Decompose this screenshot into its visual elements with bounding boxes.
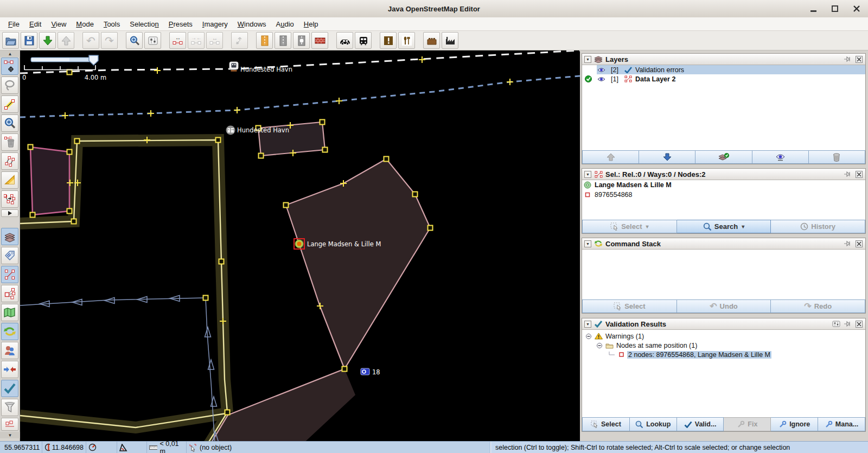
preset-works-button[interactable] xyxy=(442,32,458,49)
layer-move-down-button[interactable] xyxy=(639,150,695,164)
map-canvas[interactable]: Hundested Havn Hundested Havn Lange Mads… xyxy=(20,50,580,441)
selection-item-node[interactable]: Lange Madsen & Lille M xyxy=(582,180,865,190)
relations-dialog-toggle[interactable] xyxy=(1,285,18,302)
layer-move-up-button[interactable] xyxy=(582,150,639,164)
menu-imagery[interactable]: Imagery xyxy=(197,18,233,30)
selection-item-node2[interactable]: 8976554868 xyxy=(582,190,865,200)
menu-tools[interactable]: Tools xyxy=(99,18,125,30)
way-pier-area[interactable] xyxy=(205,159,430,441)
improve-way-tool-button[interactable] xyxy=(1,190,18,208)
zoom-slider-handle[interactable] xyxy=(89,55,98,65)
validation-close-icon[interactable] xyxy=(854,320,863,328)
selection-collapse-button[interactable]: ▼ xyxy=(584,171,591,178)
sidebar-scroll-down[interactable]: ▼ xyxy=(0,432,20,438)
validation-fix-button[interactable]: Fix xyxy=(724,417,771,431)
tags-dialog-toggle[interactable] xyxy=(1,247,18,264)
merge-nodes-button[interactable]: →← xyxy=(188,32,205,49)
tree-collapse-knob[interactable] xyxy=(585,333,592,340)
minimize-button[interactable] xyxy=(807,4,819,14)
validation-filter-icon[interactable] xyxy=(832,320,840,328)
selection-pin-icon[interactable] xyxy=(843,170,852,178)
save-button[interactable] xyxy=(21,32,37,49)
open-button[interactable] xyxy=(2,32,19,49)
eye-icon[interactable] xyxy=(597,75,605,83)
way-blue-route[interactable] xyxy=(20,76,580,117)
preset-car-button[interactable] xyxy=(336,32,353,49)
unglue-node-button[interactable]: ↔ xyxy=(169,32,186,49)
way-ferry-route[interactable] xyxy=(20,50,580,73)
command-undo-button[interactable]: ↶ Undo xyxy=(677,299,771,313)
preset-motorway-button[interactable] xyxy=(256,32,273,49)
select-tool-button[interactable] xyxy=(1,58,18,75)
layers-close-icon[interactable] xyxy=(854,55,863,63)
command-stack-pin-icon[interactable] xyxy=(843,240,852,248)
layers-collapse-button[interactable]: ▼ xyxy=(584,56,591,63)
layer-merge-button[interactable] xyxy=(695,150,752,164)
command-redo-button[interactable]: ↷ Redo xyxy=(771,299,865,313)
layer-row-validation[interactable]: [2] Validation errors xyxy=(582,65,865,74)
validation-warnings-row[interactable]: Warnings (1) xyxy=(582,331,865,341)
validation-ignore-button[interactable]: Ignore xyxy=(771,417,818,431)
selection-select-button[interactable]: Select▾ xyxy=(582,220,677,233)
command-stack-collapse-button[interactable]: ▼ xyxy=(584,240,591,247)
ferry-stop-poi[interactable]: Hundested Havn xyxy=(229,62,292,73)
sidebar-scroll-up[interactable]: ▲ xyxy=(0,50,20,57)
menu-windows[interactable]: Windows xyxy=(233,18,271,30)
menu-selection[interactable]: Selection xyxy=(125,18,163,30)
maximize-button[interactable] xyxy=(829,4,841,14)
preset-bus-button[interactable] xyxy=(355,32,372,49)
filter-dialog-toggle[interactable] xyxy=(1,399,18,416)
layer-delete-button[interactable] xyxy=(809,150,865,164)
virtual-nodes[interactable] xyxy=(62,56,513,324)
selection-dialog-toggle[interactable] xyxy=(1,266,18,283)
menu-mode[interactable]: Mode xyxy=(71,18,99,30)
layers-pin-icon[interactable] xyxy=(843,55,852,63)
eye-icon[interactable] xyxy=(597,66,605,74)
validation-dialog-toggle[interactable] xyxy=(1,380,18,397)
validation-collapse-button[interactable]: ▼ xyxy=(584,321,591,328)
validation-pin-icon[interactable] xyxy=(843,320,852,328)
delete-tool-button[interactable] xyxy=(1,133,18,151)
command-stack-close-icon[interactable] xyxy=(854,240,863,248)
menu-presets[interactable]: Presets xyxy=(164,18,197,30)
preset-restaurant-button[interactable] xyxy=(398,32,415,49)
harbour-poi[interactable]: Hundested Havn xyxy=(226,126,289,135)
validation-category-row[interactable]: Nodes at same position (1) xyxy=(582,341,865,350)
authors-dialog-toggle[interactable] xyxy=(1,342,18,359)
tree-collapse-knob[interactable] xyxy=(596,342,603,349)
menu-help[interactable]: Help xyxy=(299,18,323,30)
minmax-dialog-toggle[interactable] xyxy=(1,418,18,431)
preset-castle-button[interactable] xyxy=(423,32,440,49)
combine-ways-button[interactable]: ↔ xyxy=(206,32,223,49)
validation-lookup-button[interactable]: Lookup xyxy=(630,417,677,431)
conflicts-dialog-toggle[interactable] xyxy=(1,361,18,378)
draw-tool-button[interactable] xyxy=(1,95,18,113)
way-magenta-area[interactable] xyxy=(30,147,69,215)
preset-wall-button[interactable] xyxy=(311,32,328,49)
close-button[interactable] xyxy=(851,4,863,14)
parallel-tool-button[interactable] xyxy=(1,152,18,170)
map-zoom-slider[interactable] xyxy=(31,55,98,65)
validation-manage-button[interactable]: Mana... xyxy=(818,417,865,431)
menu-audio[interactable]: Audio xyxy=(271,18,299,30)
menu-view[interactable]: View xyxy=(46,18,71,30)
preset-hazard-button[interactable] xyxy=(380,32,397,49)
selection-close-icon[interactable] xyxy=(854,170,863,178)
download-button[interactable] xyxy=(39,32,56,49)
move-node-button[interactable] xyxy=(231,32,248,49)
address-poi[interactable]: 18 xyxy=(361,368,380,376)
validation-error-row[interactable]: 2 nodes: 8976554868, Lange Madsen & Lill… xyxy=(582,350,865,359)
validation-validate-button[interactable]: Valid... xyxy=(677,417,724,431)
lasso-tool-button[interactable] xyxy=(1,76,18,94)
upload-button[interactable] xyxy=(58,32,74,49)
undo-button[interactable]: ↶ xyxy=(82,32,99,49)
selection-search-button[interactable]: Search▾ xyxy=(677,220,771,233)
validation-select-button[interactable]: Select xyxy=(582,417,630,431)
menu-edit[interactable]: Edit xyxy=(24,18,46,30)
redo-button[interactable]: ↷ xyxy=(101,32,118,49)
layer-visibility-button[interactable] xyxy=(752,150,809,164)
command-stack-dialog-toggle[interactable] xyxy=(1,323,18,340)
menu-file[interactable]: File xyxy=(3,18,24,30)
toolbar-expand-button[interactable] xyxy=(1,209,18,217)
map-styles-dialog-toggle[interactable] xyxy=(1,304,18,321)
